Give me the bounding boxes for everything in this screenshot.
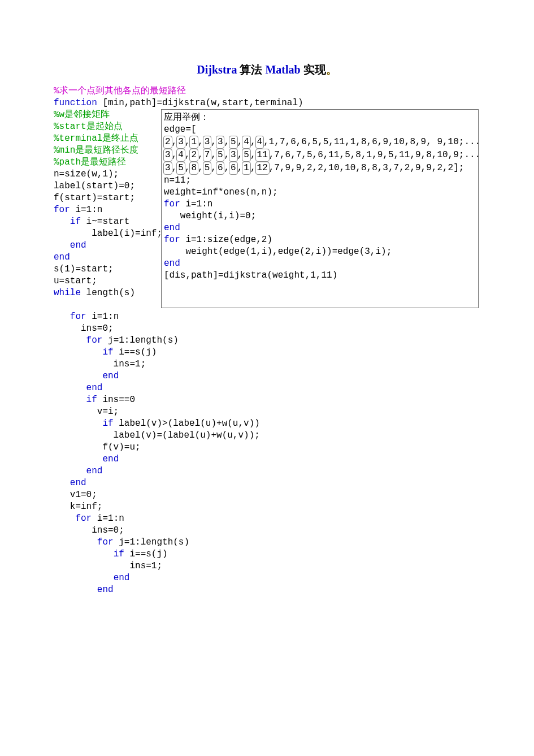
code-text: i=1:size(edge,2) <box>180 235 272 245</box>
keyword: for <box>54 205 70 215</box>
edge-cell: 3 <box>203 136 212 149</box>
edge-cell: 8 <box>189 162 198 175</box>
edge-cell: 3 <box>176 136 185 149</box>
keyword: end <box>114 573 130 583</box>
code-line: ins=0; <box>54 525 124 535</box>
title-period: 。 <box>326 63 337 76</box>
code-line: label(i)=inf; <box>54 228 162 239</box>
example-line: weight=inf*ones(n,n); <box>164 187 278 197</box>
edge-cell: 5 <box>176 162 185 175</box>
function-signature: [min,path]=dijkstra(w,start,terminal) <box>97 98 303 108</box>
code-text: i=1:n <box>70 205 103 215</box>
code-line: k=inf; <box>54 502 102 512</box>
comment-line: %w是邻接矩阵 <box>54 110 110 120</box>
edge-cell: 3 <box>216 136 225 149</box>
keyword: for <box>164 199 180 209</box>
keyword: end <box>102 454 119 464</box>
edge-rest: ,7,6,7,5,6,11,5,8,1,9,5,11,9,8,10,9;... <box>269 150 480 160</box>
keyword: for <box>75 513 92 524</box>
code-text: ins==0 <box>97 395 135 405</box>
keyword: end <box>70 478 86 488</box>
edge-cell: 4 <box>255 136 264 149</box>
keyword: while <box>54 288 81 298</box>
edge-cell: 2 <box>163 136 172 149</box>
title-part-2: 算法 <box>240 63 262 76</box>
code-line: v=i; <box>54 407 119 417</box>
example-line: weight(edge(1,i),edge(2,i))=edge(3,i); <box>164 247 392 257</box>
code-text: label(v)>(label(u)+w(u,v)) <box>114 418 260 429</box>
code-text: i=1:n <box>92 513 124 524</box>
code-text: i~=start <box>81 217 129 227</box>
edge-cell: 5 <box>216 149 225 162</box>
code-line: s(1)=start; <box>54 264 114 274</box>
edge-cell: 4 <box>242 136 251 149</box>
code-line: ins=1; <box>54 561 162 571</box>
code-line: ins=0; <box>54 323 114 334</box>
comment-line: %start是起始点 <box>54 122 123 132</box>
example-line: edge=[ <box>164 124 197 135</box>
keyword: end <box>102 371 119 381</box>
code-text: i==s(j) <box>114 347 157 357</box>
comment-line: %terminal是终止点 <box>54 133 138 144</box>
edge-rest: ,7,9,9,2,2,10,10,8,8,3,7,2,9,9,2,2]; <box>269 163 464 173</box>
edge-cell: 5 <box>203 162 212 175</box>
keyword: end <box>97 585 114 595</box>
edge-cell: 6 <box>229 162 238 175</box>
keyword: for <box>86 335 103 345</box>
edge-rest: ,1,7,6,6,5,5,11,1,8,6,9,10,8,9, 9,10;... <box>263 137 480 147</box>
code-text: length(s) <box>81 288 135 298</box>
keyword: end <box>164 258 180 269</box>
title-part-1: Dijkstra <box>197 63 237 76</box>
code-line: u=start; <box>54 276 97 286</box>
keyword: end <box>164 223 180 233</box>
code-line: n=size(w,1); <box>54 169 119 179</box>
keyword: if <box>114 549 124 559</box>
edge-cell: 4 <box>176 149 185 162</box>
edge-cell: 1 <box>189 136 198 149</box>
keyword: end <box>54 252 70 262</box>
comment-line: %求一个点到其他各点的最短路径 <box>54 86 186 96</box>
code-line: f(start)=start; <box>54 193 135 203</box>
edge-cell: 2 <box>189 149 198 162</box>
example-box: 应用举例： edge=[ 2,3,1,3,3,5,4,4,1,7,6,6,5,5… <box>161 109 479 308</box>
keyword: end <box>86 383 103 393</box>
comment-line: %path是最短路径 <box>54 157 126 167</box>
keyword: if <box>102 347 113 357</box>
code-line: ins=1; <box>54 359 146 369</box>
edge-cell: 7 <box>203 149 212 162</box>
code-text: i==s(j) <box>124 549 168 559</box>
title-part-4: 实现 <box>303 63 326 76</box>
code-text: j=1:length(s) <box>114 537 189 547</box>
example-line: n=11; <box>164 175 191 185</box>
edge-cell: 3 <box>163 149 172 162</box>
edge-cell: 11 <box>255 149 270 162</box>
page-title: Dijkstra 算法 Matlab 实现。 <box>54 62 480 77</box>
main-code: %求一个点到其他各点的最短路径 function [min,path]=dijk… <box>54 85 480 596</box>
example-line: [dis,path]=dijkstra(weight,1,11) <box>164 270 337 280</box>
edge-cell: 6 <box>216 162 225 175</box>
example-line: weight(i,i)=0; <box>164 211 256 221</box>
keyword: end <box>70 240 86 250</box>
code-line: f(v)=u; <box>54 442 141 452</box>
code-text: j=1:length(s) <box>102 335 178 345</box>
keyword: for <box>70 312 86 322</box>
title-part-3: Matlab <box>265 63 300 76</box>
edge-cell: 5 <box>229 136 238 149</box>
comment-line: %min是最短路径长度 <box>54 145 138 155</box>
code-line: v1=0; <box>54 490 97 500</box>
code-line: label(start)=0; <box>54 181 135 191</box>
example-title: 应用举例： <box>164 113 209 123</box>
code-with-inset: %w是邻接矩阵 %start是起始点 %terminal是终止点 %min是最短… <box>54 109 480 299</box>
code-text: i=1:n <box>86 312 119 322</box>
keyword: if <box>86 395 97 405</box>
keyword: for <box>97 537 114 547</box>
edge-cell: 3 <box>163 162 172 175</box>
keyword: end <box>86 466 103 476</box>
edge-cell: 12 <box>255 162 270 175</box>
edge-cell: 1 <box>242 162 251 175</box>
keyword: for <box>164 235 180 245</box>
code-text: i=1:n <box>180 199 213 209</box>
keyword: if <box>102 418 113 429</box>
keyword: function <box>54 98 97 108</box>
keyword: if <box>70 217 81 227</box>
